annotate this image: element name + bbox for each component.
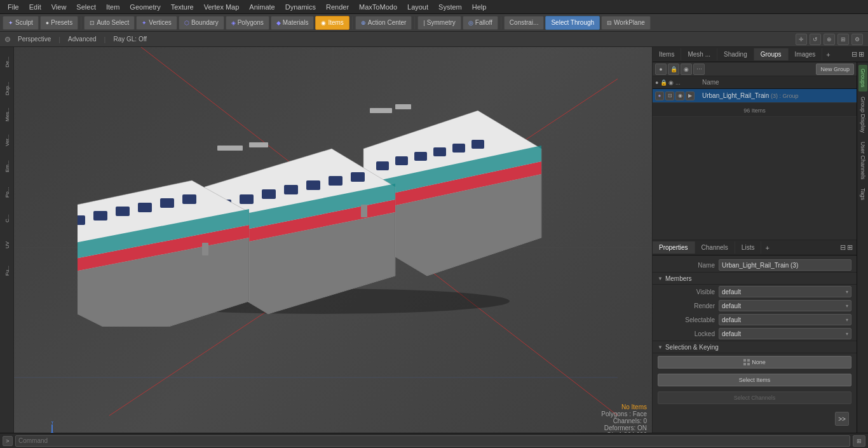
props-tab-add[interactable]: + bbox=[761, 241, 773, 254]
sidebar-tab-fu[interactable]: Fu... bbox=[1, 258, 13, 283]
members-section-header[interactable]: ▼ Members bbox=[653, 272, 857, 285]
presets-button[interactable]: ● Presets bbox=[40, 16, 78, 30]
viewport-settings-icon[interactable]: ⚙ bbox=[851, 34, 863, 45]
sidebar-tab-dup[interactable]: Dup... bbox=[1, 76, 13, 101]
menu-edit[interactable]: Edit bbox=[24, 2, 46, 12]
menu-texture[interactable]: Texture bbox=[166, 2, 199, 12]
svg-rect-11 bbox=[452, 144, 465, 153]
workplane-icon: ⊟ bbox=[607, 20, 612, 26]
viewport-rotate-icon[interactable]: ↺ bbox=[810, 34, 821, 45]
auto-select-button[interactable]: ⊡ Auto Select bbox=[84, 16, 135, 30]
select-channels-button[interactable]: Select Channels bbox=[658, 391, 851, 404]
menu-layout[interactable]: Layout bbox=[402, 2, 433, 12]
locked-row: Locked default ▾ bbox=[653, 327, 857, 341]
sidebar-tab-mes[interactable]: Mes... bbox=[1, 102, 13, 127]
menu-select[interactable]: Select bbox=[71, 2, 101, 12]
materials-button[interactable]: ◆ Materials bbox=[271, 16, 315, 30]
tab-shading[interactable]: Shading bbox=[717, 48, 754, 60]
menu-item[interactable]: Item bbox=[101, 2, 125, 12]
symmetry-button[interactable]: | Symmetry bbox=[417, 16, 461, 30]
group-lock-btn[interactable]: ⊡ bbox=[665, 92, 674, 100]
sidebar-tab-ver[interactable]: Ver... bbox=[1, 128, 13, 153]
tab-items[interactable]: Items bbox=[653, 48, 681, 60]
svg-rect-8 bbox=[395, 156, 408, 165]
viewport-move-icon[interactable]: ✛ bbox=[796, 34, 807, 45]
tab-mesh[interactable]: Mesh ... bbox=[681, 48, 717, 60]
sidebar-tab-po[interactable]: Po... bbox=[1, 180, 13, 205]
sculpt-button[interactable]: ✦ Sculpt bbox=[3, 16, 39, 30]
right-tab-group-display[interactable]: Group Display bbox=[858, 93, 867, 137]
items-button[interactable]: ◉ Items bbox=[315, 16, 349, 30]
right-tab-groups[interactable]: Groups bbox=[858, 65, 867, 92]
right-panel: Items Mesh ... Shading Groups Images + ⊟… bbox=[652, 47, 868, 448]
more-button[interactable]: >> bbox=[835, 412, 849, 426]
tab-groups[interactable]: Groups bbox=[754, 48, 789, 60]
group-render-btn[interactable]: ◉ bbox=[675, 92, 684, 100]
panel-expand-controls[interactable]: ⊟ ⊞ bbox=[848, 48, 868, 61]
new-group-button[interactable]: New Group bbox=[816, 64, 854, 75]
groups-lock-button[interactable]: 🔒 bbox=[668, 64, 679, 75]
menu-dynamics[interactable]: Dynamics bbox=[280, 2, 321, 12]
props-tab-channels[interactable]: Channels bbox=[695, 241, 735, 254]
none-button[interactable]: None bbox=[658, 356, 851, 369]
action-center-button[interactable]: ⊕ Action Center bbox=[355, 16, 412, 30]
sidebar-tab-c[interactable]: C... bbox=[1, 206, 13, 231]
group-row-subitems[interactable]: 96 Items bbox=[653, 103, 857, 117]
right-tab-tags[interactable]: Tags bbox=[858, 184, 867, 204]
menu-vertex-map[interactable]: Vertex Map bbox=[199, 2, 245, 12]
sidebar-tab-uv[interactable]: UV bbox=[1, 232, 13, 257]
menu-help[interactable]: Help bbox=[467, 2, 492, 12]
menu-system[interactable]: System bbox=[433, 2, 467, 12]
group-expand-btn[interactable]: ▶ bbox=[686, 92, 695, 100]
menu-geometry[interactable]: Geometry bbox=[125, 2, 165, 12]
advanced-option[interactable]: Advanced bbox=[65, 36, 98, 43]
props-tab-properties[interactable]: Properties bbox=[653, 241, 695, 254]
menu-render[interactable]: Render bbox=[321, 2, 354, 12]
constraints-button[interactable]: Constrai... bbox=[504, 16, 545, 30]
command-submit-button[interactable]: ⊞ bbox=[853, 435, 865, 447]
name-input[interactable] bbox=[719, 259, 851, 271]
tab-add-button[interactable]: + bbox=[822, 48, 834, 61]
menu-view[interactable]: View bbox=[46, 2, 72, 12]
view-type[interactable]: Perspective bbox=[15, 36, 53, 43]
sel-keying-arrow-icon: ▼ bbox=[658, 344, 663, 350]
props-expand-controls[interactable]: ⊟ ⊞ bbox=[836, 241, 857, 254]
groups-items-list[interactable]: ● ⊡ ◉ ▶ Urban_Light_Rail_Train (3) : Gro… bbox=[653, 89, 857, 240]
locked-dropdown[interactable]: default ▾ bbox=[719, 328, 851, 339]
groups-more-button[interactable]: ⋯ bbox=[693, 64, 705, 75]
menu-animate[interactable]: Animate bbox=[244, 2, 280, 12]
right-tab-user-channels[interactable]: User Channels bbox=[858, 138, 867, 184]
boundary-button[interactable]: ⬡ Boundary bbox=[179, 16, 224, 30]
render-dropdown[interactable]: default ▾ bbox=[719, 300, 851, 311]
sidebar-tab-de[interactable]: De... bbox=[1, 50, 13, 75]
select-through-button[interactable]: Select Through bbox=[545, 16, 600, 30]
command-expand-button[interactable]: > bbox=[3, 436, 13, 446]
group-row-urban-train[interactable]: ● ⊡ ◉ ▶ Urban_Light_Rail_Train (3) : Gro… bbox=[653, 89, 857, 103]
selectable-dropdown[interactable]: default ▾ bbox=[719, 314, 851, 325]
none-icon bbox=[743, 359, 750, 365]
ray-gl-option[interactable]: Ray GL: Off bbox=[111, 36, 149, 43]
group-visible-btn[interactable]: ● bbox=[655, 92, 664, 100]
polygons-button[interactable]: ◈ Polygons bbox=[226, 16, 269, 30]
visible-dropdown[interactable]: default ▾ bbox=[719, 286, 851, 297]
left-sidebar: De... Dup... Mes... Ver... Em... Po... C… bbox=[0, 47, 14, 448]
groups-eye-button[interactable]: ● bbox=[655, 64, 667, 75]
toolbar: ✦ Sculpt ● Presets ⊡ Auto Select ✦ Verti… bbox=[0, 14, 868, 32]
render-row: Render default ▾ bbox=[653, 299, 857, 313]
vertices-button[interactable]: ✦ Vertices bbox=[136, 16, 177, 30]
select-items-button[interactable]: Select Items bbox=[658, 374, 851, 386]
groups-vis-button[interactable]: ◉ bbox=[681, 64, 692, 75]
workplane-button[interactable]: ⊟ WorkPlane bbox=[601, 16, 651, 30]
viewport-fit-icon[interactable]: ⊞ bbox=[837, 34, 849, 45]
menu-maxtomode[interactable]: MaxToModo bbox=[354, 2, 402, 12]
viewport[interactable]: No Items Polygons : Face Channels: 0 Def… bbox=[14, 47, 652, 448]
sidebar-tab-em[interactable]: Em... bbox=[1, 154, 13, 179]
sel-keying-section-header[interactable]: ▼ Selection & Keying bbox=[653, 341, 857, 353]
viewport-zoom-icon[interactable]: ⊕ bbox=[824, 34, 835, 45]
command-input[interactable] bbox=[15, 435, 850, 447]
tab-images[interactable]: Images bbox=[789, 48, 823, 60]
props-tab-lists[interactable]: Lists bbox=[735, 241, 762, 254]
menu-file[interactable]: File bbox=[3, 2, 24, 12]
viewport-canvas[interactable]: No Items Polygons : Face Channels: 0 Def… bbox=[14, 47, 652, 448]
falloff-button[interactable]: ◎ Falloff bbox=[463, 16, 498, 30]
